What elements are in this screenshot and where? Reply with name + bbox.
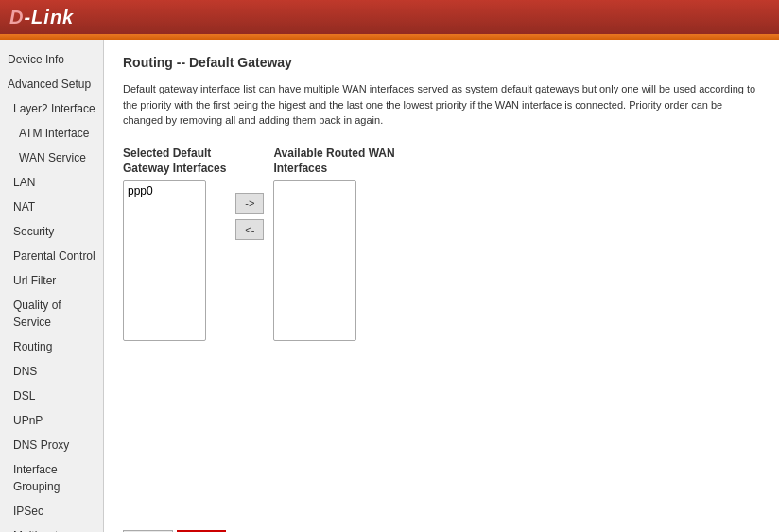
- sidebar-item-ipsec[interactable]: IPSec: [0, 499, 103, 523]
- selected-option-ppp0[interactable]: ppp0: [126, 183, 203, 198]
- dlink-logo: D-Link: [9, 7, 74, 28]
- arrow-left-button[interactable]: <-: [235, 219, 264, 240]
- page-title: Routing -- Default Gateway: [123, 55, 760, 70]
- selected-list-label: Selected Default Gateway Interfaces: [123, 146, 226, 178]
- arrow-buttons: -> <-: [235, 193, 264, 240]
- sidebar-item-upnp[interactable]: UPnP: [0, 408, 103, 433]
- interface-section: Selected Default Gateway Interfaces ppp0…: [123, 146, 760, 342]
- available-list-box[interactable]: [273, 180, 356, 341]
- sidebar-item-device-info[interactable]: Device Info: [0, 47, 103, 72]
- sidebar-item-quality-of-service[interactable]: Quality of Service: [0, 293, 103, 335]
- main-layout: Device Info Advanced Setup Layer2 Interf…: [0, 40, 779, 532]
- sidebar-item-lan[interactable]: LAN: [0, 170, 103, 195]
- sidebar-item-dns[interactable]: DNS: [0, 359, 103, 384]
- page-description: Default gateway interface list can have …: [123, 81, 760, 129]
- sidebar-item-dns-proxy[interactable]: DNS Proxy: [0, 433, 103, 457]
- sidebar-item-advanced-setup[interactable]: Advanced Setup: [0, 72, 103, 96]
- sidebar-item-nat[interactable]: NAT: [0, 195, 103, 219]
- sidebar-item-parental-control[interactable]: Parental Control: [0, 244, 103, 268]
- sidebar-item-wan-service[interactable]: WAN Service: [0, 146, 103, 170]
- sidebar-item-layer2-interface[interactable]: Layer2 Interface: [0, 96, 103, 121]
- header: D-Link: [0, 0, 779, 34]
- sidebar-item-dsl[interactable]: DSL: [0, 384, 103, 408]
- available-list-label: Available Routed WAN Interfaces: [273, 146, 394, 178]
- sidebar-item-security[interactable]: Security: [0, 219, 103, 244]
- arrow-right-button[interactable]: ->: [235, 193, 264, 214]
- selected-list-box[interactable]: ppp0: [123, 180, 206, 341]
- content-area: Routing -- Default Gateway Default gatew…: [104, 40, 779, 532]
- available-list-group: Available Routed WAN Interfaces: [273, 146, 394, 342]
- sidebar-item-interface-grouping[interactable]: Interface Grouping: [0, 457, 103, 499]
- sidebar-item-url-filter[interactable]: Url Filter: [0, 268, 103, 293]
- selected-list-group: Selected Default Gateway Interfaces ppp0: [123, 146, 226, 342]
- sidebar-item-atm-interface[interactable]: ATM Interface: [0, 121, 103, 146]
- sidebar: Device Info Advanced Setup Layer2 Interf…: [0, 40, 104, 532]
- sidebar-item-routing[interactable]: Routing: [0, 335, 103, 359]
- sidebar-item-multicast[interactable]: Multicast: [0, 523, 103, 532]
